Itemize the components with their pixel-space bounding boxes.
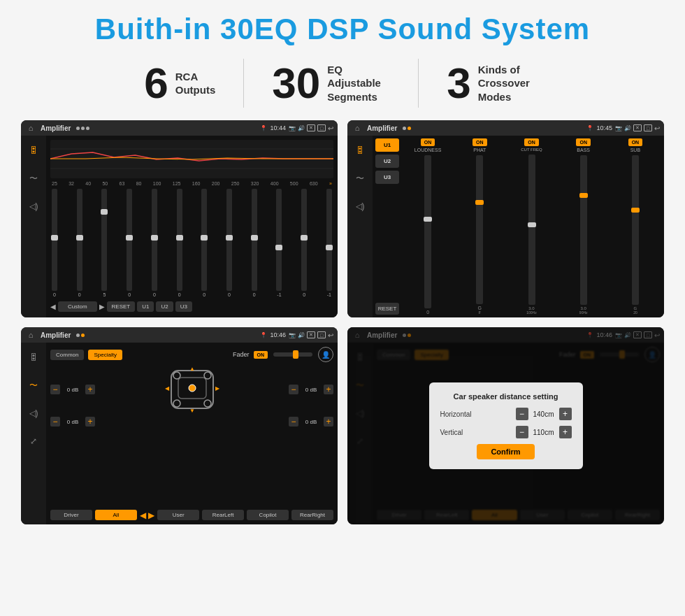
eq-track-6[interactable] [201, 189, 207, 291]
volume-icon-1: 🔊 [298, 125, 305, 131]
rearright-btn[interactable]: RearRight [291, 510, 333, 520]
eq-thumb-6[interactable] [201, 235, 208, 241]
eq-track-9[interactable] [276, 189, 282, 291]
fader-thumb[interactable] [293, 350, 298, 359]
sub-toggle[interactable]: ON [628, 138, 643, 146]
cutfreq-label: CUT FREQ [521, 148, 542, 152]
prev-arrow[interactable]: ◀ [50, 303, 56, 310]
eq-filter-icon[interactable]: 🎛 [24, 141, 43, 159]
expand-icon-3[interactable]: ⤢ [24, 432, 43, 450]
eq-track-10[interactable] [301, 189, 307, 291]
bass-track[interactable] [580, 155, 587, 305]
eq-track-3[interactable] [127, 189, 132, 291]
vertical-minus[interactable]: − [516, 426, 528, 438]
eq-thumb-4[interactable] [151, 235, 158, 241]
app-name-1: Amplifier [41, 124, 71, 132]
fader-track[interactable] [273, 352, 312, 357]
sub-track[interactable] [632, 155, 639, 305]
eq-track-2[interactable] [101, 189, 107, 291]
vertical-plus[interactable]: + [559, 426, 572, 438]
cutfreq-track[interactable] [528, 155, 535, 305]
rr-plus[interactable]: + [324, 417, 333, 427]
back-icon-1[interactable]: ↩ [328, 124, 333, 132]
tab-common[interactable]: Common [50, 350, 84, 360]
cutfreq-toggle[interactable]: ON [524, 138, 539, 146]
eq-thumb-5[interactable] [176, 235, 183, 241]
app-name-3: Amplifier [41, 331, 71, 339]
eq-track-5[interactable] [177, 189, 182, 291]
cutfreq-thumb[interactable] [528, 222, 536, 227]
eq-thumb-8[interactable] [251, 235, 258, 241]
rearleft-btn[interactable]: RearLeft [202, 510, 244, 520]
eq-thumb-0[interactable] [51, 235, 58, 241]
eq-thumb-11[interactable] [326, 245, 333, 250]
svg-text:▲: ▲ [189, 366, 195, 372]
rr-minus[interactable]: − [289, 417, 298, 427]
freq-630: 630 [310, 181, 318, 186]
eq-filter-icon-3[interactable]: 🎛 [24, 348, 43, 366]
eq-track-7[interactable] [226, 189, 232, 291]
eq-track-4[interactable] [152, 189, 157, 291]
phat-track[interactable] [476, 155, 483, 304]
eq-thumb-9[interactable] [275, 245, 282, 250]
eq-thumb-3[interactable] [126, 235, 133, 241]
horizontal-minus[interactable]: − [516, 408, 528, 420]
eq-thumb-7[interactable] [226, 235, 233, 241]
vol-icon-2[interactable]: ◁) [351, 197, 369, 215]
u3-btn[interactable]: U3 [175, 301, 192, 312]
dot3[interactable] [86, 127, 89, 130]
preset-u1[interactable]: U1 [375, 138, 399, 152]
phat-thumb[interactable] [475, 200, 484, 205]
eq-track-8[interactable] [252, 189, 257, 291]
fl-minus[interactable]: − [50, 385, 60, 394]
eq-thumb-10[interactable] [301, 235, 308, 241]
all-btn[interactable]: All [95, 510, 137, 520]
horizontal-plus[interactable]: + [559, 408, 572, 420]
u2-btn[interactable]: U2 [156, 301, 173, 312]
fr-minus[interactable]: − [289, 385, 298, 394]
driver-btn[interactable]: Driver [50, 510, 92, 520]
wave-icon-3[interactable]: 〜 [24, 376, 43, 394]
loudness-toggle[interactable]: ON [421, 138, 435, 146]
back-icon-2[interactable]: ↩ [654, 124, 660, 132]
cross-reset-btn[interactable]: RESET [375, 303, 399, 315]
loudness-thumb[interactable] [424, 217, 432, 222]
bass-thumb[interactable] [579, 193, 588, 198]
wave-icon[interactable]: 〜 [24, 169, 43, 187]
rl-plus[interactable]: + [85, 417, 95, 427]
preset-u3[interactable]: U3 [375, 171, 399, 184]
sub-thumb[interactable] [631, 208, 640, 213]
rl-minus[interactable]: − [50, 417, 60, 427]
copilot-btn[interactable]: Copilot [247, 510, 289, 520]
back-icon-3[interactable]: ↩ [328, 331, 333, 339]
loudness-track[interactable] [424, 155, 431, 308]
vol-icon-3[interactable]: ◁) [24, 404, 43, 422]
fader-on-toggle[interactable]: ON [254, 351, 268, 359]
home-icon-1[interactable] [25, 122, 36, 134]
custom-btn[interactable]: Custom [58, 301, 97, 312]
home-icon-3[interactable] [25, 329, 36, 341]
preset-u2[interactable]: U2 [375, 155, 399, 168]
user-btn[interactable]: User [157, 510, 199, 520]
eq-filter-icon-2[interactable]: 🎛 [351, 141, 369, 159]
bass-toggle[interactable]: ON [576, 138, 591, 146]
tab-specialty[interactable]: Specialty [88, 350, 122, 360]
wave-icon-2[interactable]: 〜 [351, 169, 369, 187]
eq-track-1[interactable] [77, 189, 82, 291]
eq-thumb-2[interactable] [101, 209, 108, 215]
next-arrow[interactable]: ▶ [99, 303, 105, 310]
eq-track-11[interactable] [326, 189, 332, 291]
dot3-2 [81, 334, 85, 337]
u1-btn[interactable]: U1 [137, 301, 154, 312]
eq-thumb-1[interactable] [76, 235, 83, 241]
vol-icon[interactable]: ◁) [24, 197, 43, 215]
eq-track-0[interactable] [52, 189, 57, 291]
fl-plus[interactable]: + [85, 385, 95, 394]
fr-plus[interactable]: + [324, 385, 333, 394]
avatar-icon-3[interactable]: 👤 [318, 347, 333, 362]
cross-channels: ON LOUDNESS 0 ON PHAT [402, 138, 661, 315]
phat-toggle[interactable]: ON [473, 138, 487, 146]
home-icon-2[interactable] [352, 122, 363, 134]
reset-btn[interactable]: RESET [107, 301, 136, 312]
confirm-button[interactable]: Confirm [477, 444, 534, 459]
